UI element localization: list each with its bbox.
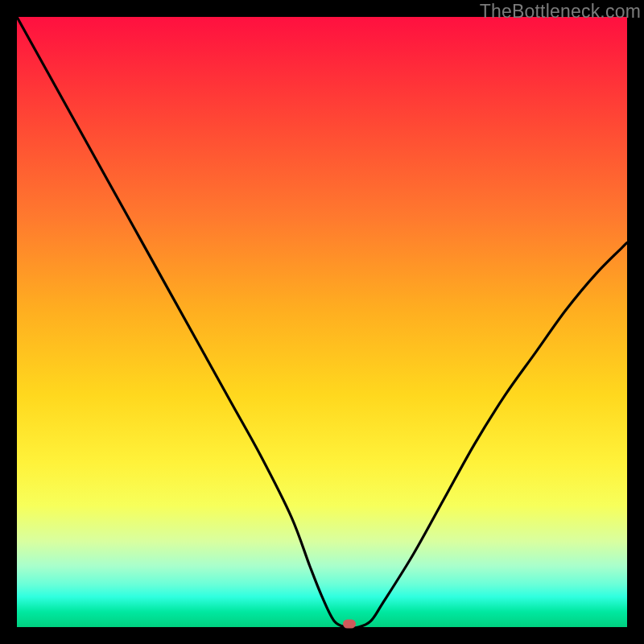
chart-frame: TheBottleneck.com — [0, 0, 644, 644]
optimum-marker — [343, 620, 356, 629]
watermark-text: TheBottleneck.com — [480, 1, 641, 23]
bottleneck-curve — [17, 17, 627, 627]
plot-area — [17, 17, 627, 627]
